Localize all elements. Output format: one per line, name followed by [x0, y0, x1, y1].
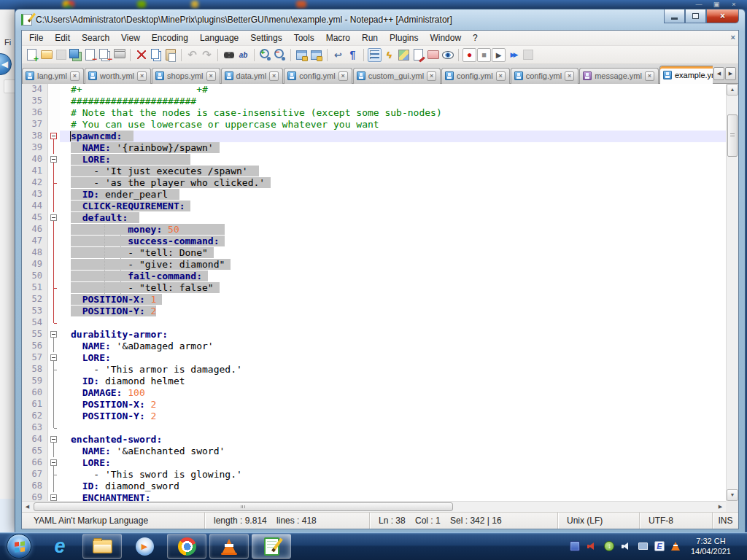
tab-worth.yml[interactable]: worth.yml×	[85, 68, 151, 84]
editor-line[interactable]: LORE:	[60, 154, 726, 166]
fold-toggle[interactable]	[48, 434, 60, 446]
back-button[interactable]: ◀	[0, 53, 12, 75]
tab-config.yml[interactable]: config.yml×	[284, 68, 352, 84]
close-tab-icon[interactable]: ×	[427, 71, 436, 81]
taskbar-windows-explorer[interactable]	[82, 534, 122, 559]
menu-item-language[interactable]: Language	[194, 31, 244, 44]
editor-line[interactable]: - 'It just executes /spawn'	[60, 166, 726, 177]
menu-item-file[interactable]: File	[23, 31, 49, 44]
editor-line[interactable]: ID: diamond helmet	[60, 376, 726, 387]
menu-item-view[interactable]: View	[115, 31, 146, 44]
tab-example.yml[interactable]: example.yml×	[659, 66, 713, 84]
close-button[interactable]	[83, 48, 97, 62]
scroll-left-icon[interactable]: ◀	[22, 502, 33, 512]
function-list-button[interactable]	[382, 48, 396, 62]
file-monitoring-button[interactable]	[441, 48, 454, 62]
new-file-button[interactable]	[25, 48, 39, 62]
folder-as-workspace-button[interactable]	[426, 48, 440, 62]
editor-line[interactable]: NAME: '&aDamaged armor'	[60, 341, 726, 352]
fold-toggle[interactable]	[48, 154, 60, 166]
show-all-characters-button[interactable]	[346, 48, 360, 62]
editor-line[interactable]: - "give: diamond"	[60, 259, 726, 271]
editor-line[interactable]: CLICK-REQUIREMENT:	[60, 201, 726, 212]
menu-item-edit[interactable]: Edit	[49, 31, 76, 44]
editor-line[interactable]: #+ +#	[60, 84, 726, 96]
close-tab-icon[interactable]: ×	[338, 71, 348, 81]
tab-message.yml[interactable]: message.yml×	[579, 68, 659, 84]
background-close-button[interactable]: ×	[728, 0, 740, 9]
close-tab-icon[interactable]: ×	[496, 71, 506, 81]
background-button[interactable]	[4, 79, 15, 93]
menu-item-macro[interactable]: Macro	[320, 31, 356, 44]
horizontal-scroll-thumb[interactable]	[34, 502, 453, 511]
tab-shops.yml[interactable]: shops.yml×	[152, 68, 220, 84]
editor-line[interactable]: ENCHANTMENT:	[60, 492, 726, 501]
open-file-button[interactable]	[39, 48, 53, 62]
editor-line[interactable]: ID: diamond_sword	[60, 481, 726, 492]
fold-toggle[interactable]	[48, 492, 60, 501]
editor-area[interactable]: 3435363738394041424344454647484950515253…	[22, 84, 738, 512]
menu-item-run[interactable]: Run	[356, 31, 384, 44]
editor-line[interactable]: spawncmd:	[60, 131, 726, 142]
scroll-right-icon[interactable]: ▶	[715, 502, 726, 512]
zoom-in-button[interactable]	[258, 48, 272, 62]
fold-toggle[interactable]	[48, 457, 60, 469]
close-tab-icon[interactable]: ×	[645, 71, 654, 81]
editor-line[interactable]: enchanted-sword:	[60, 434, 726, 446]
menu-item-tools[interactable]: Tools	[288, 31, 320, 44]
run-macro-multiple-button[interactable]	[506, 48, 520, 62]
menu-item-help[interactable]: ?	[467, 31, 484, 44]
editor-line[interactable]: default:	[60, 212, 726, 224]
editor-line[interactable]: success-command:	[60, 236, 726, 247]
start-button[interactable]	[7, 534, 31, 559]
vertical-scrollbar[interactable]: ▲ ▼	[726, 84, 738, 501]
taskbar-notepadpp[interactable]	[252, 534, 291, 559]
tray-vlc-icon[interactable]	[671, 542, 680, 551]
close-tab-icon[interactable]: ×	[269, 71, 279, 81]
tray-idm-icon[interactable]	[604, 541, 614, 551]
close-tab-icon[interactable]: ×	[137, 71, 147, 81]
fold-toggle[interactable]	[48, 329, 60, 341]
tab-data.yml[interactable]: data.yml×	[221, 68, 284, 84]
fold-toggle[interactable]	[48, 352, 60, 364]
editor-line[interactable]: POSITION-Y: 2	[60, 411, 726, 422]
editor-line[interactable]: - "tell: Done"	[60, 247, 726, 259]
editor-line[interactable]: fail-command:	[60, 271, 726, 282]
close-tab-icon[interactable]: ×	[70, 71, 80, 81]
save-all-button[interactable]	[69, 48, 82, 62]
tray-remote-app-icon[interactable]	[570, 541, 580, 551]
maximize-button[interactable]	[685, 9, 706, 23]
background-restore-button[interactable]: ▣	[711, 0, 722, 9]
taskbar-chrome[interactable]	[167, 534, 206, 559]
editor-line[interactable]: POSITION-Y: 2	[60, 306, 726, 317]
editor-line[interactable]: POSITION-X: 1	[60, 294, 726, 306]
editor-line[interactable]: - "tell: false"	[60, 282, 726, 294]
editor-line[interactable]: ######################	[60, 96, 726, 107]
close-all-button[interactable]	[98, 48, 112, 62]
tray-e-app-icon[interactable]: E	[654, 541, 665, 551]
show-indent-guide-button[interactable]	[368, 48, 382, 62]
editor-line[interactable]: # You can use lowercase or uppercase wha…	[60, 119, 726, 131]
editor-line[interactable]: - 'This armor is damaged.'	[60, 364, 726, 376]
find-button[interactable]	[222, 48, 236, 62]
copy-button[interactable]	[149, 48, 163, 62]
horizontal-scrollbar[interactable]: ◀ ▶	[22, 501, 726, 512]
editor-line[interactable]: - 'This sword is glowing.'	[60, 469, 726, 481]
fold-toggle[interactable]	[48, 131, 60, 142]
taskbar-media-player[interactable]	[125, 534, 164, 559]
tray-volume-muted-icon[interactable]	[587, 541, 597, 552]
scroll-down-icon[interactable]: ▼	[727, 489, 738, 501]
tab-scroll-left-button[interactable]: ◀	[713, 67, 724, 80]
editor-line[interactable]: LORE:	[60, 352, 726, 364]
paste-button[interactable]	[163, 48, 177, 62]
text-area[interactable]: #+ +######################## Note that t…	[60, 84, 726, 501]
close-tab-icon[interactable]: ×	[206, 71, 216, 81]
minimize-button[interactable]	[664, 9, 685, 23]
menu-item-plugins[interactable]: Plugins	[384, 31, 424, 44]
tab-scroll-right-button[interactable]: ▶	[725, 67, 736, 80]
fold-toggle[interactable]	[48, 212, 60, 224]
document-close-icon[interactable]: ×	[731, 33, 735, 42]
editor-line[interactable]	[60, 422, 726, 434]
replace-button[interactable]	[236, 48, 250, 62]
taskbar-internet-explorer[interactable]: e	[40, 534, 80, 559]
